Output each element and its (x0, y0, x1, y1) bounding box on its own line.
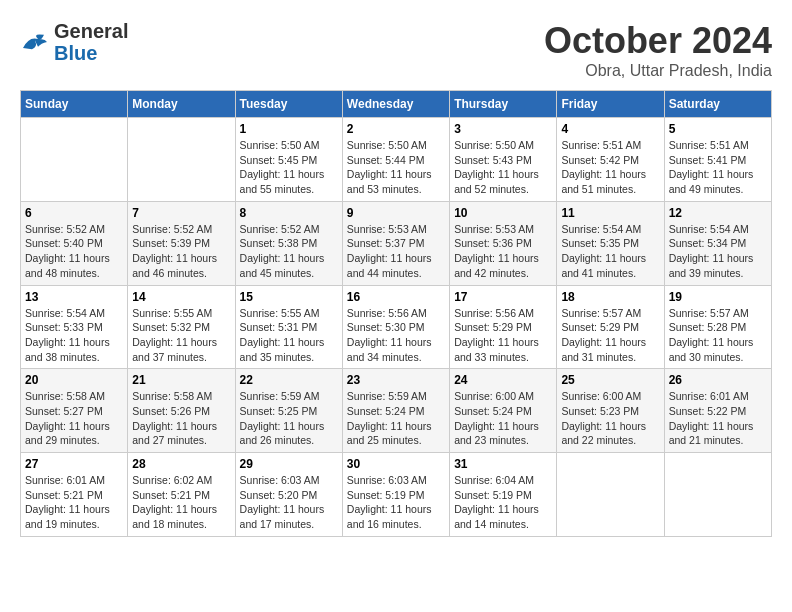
calendar-cell-3-5: 17Sunrise: 5:56 AMSunset: 5:29 PMDayligh… (450, 285, 557, 369)
day-info: Sunrise: 6:03 AMSunset: 5:19 PMDaylight:… (347, 473, 445, 532)
day-info: Sunrise: 6:03 AMSunset: 5:20 PMDaylight:… (240, 473, 338, 532)
day-info: Sunrise: 6:02 AMSunset: 5:21 PMDaylight:… (132, 473, 230, 532)
day-info: Sunrise: 5:50 AMSunset: 5:43 PMDaylight:… (454, 138, 552, 197)
day-info: Sunrise: 5:55 AMSunset: 5:32 PMDaylight:… (132, 306, 230, 365)
day-number: 19 (669, 290, 767, 304)
week-row-3: 13Sunrise: 5:54 AMSunset: 5:33 PMDayligh… (21, 285, 772, 369)
day-info: Sunrise: 5:54 AMSunset: 5:35 PMDaylight:… (561, 222, 659, 281)
day-number: 15 (240, 290, 338, 304)
calendar-cell-3-3: 15Sunrise: 5:55 AMSunset: 5:31 PMDayligh… (235, 285, 342, 369)
day-info: Sunrise: 5:59 AMSunset: 5:24 PMDaylight:… (347, 389, 445, 448)
calendar-cell-2-4: 9Sunrise: 5:53 AMSunset: 5:37 PMDaylight… (342, 201, 449, 285)
day-number: 11 (561, 206, 659, 220)
calendar-cell-4-1: 20Sunrise: 5:58 AMSunset: 5:27 PMDayligh… (21, 369, 128, 453)
calendar-cell-1-6: 4Sunrise: 5:51 AMSunset: 5:42 PMDaylight… (557, 118, 664, 202)
col-wednesday: Wednesday (342, 91, 449, 118)
logo-text: General Blue (54, 20, 128, 64)
col-saturday: Saturday (664, 91, 771, 118)
calendar-cell-2-2: 7Sunrise: 5:52 AMSunset: 5:39 PMDaylight… (128, 201, 235, 285)
day-info: Sunrise: 5:54 AMSunset: 5:34 PMDaylight:… (669, 222, 767, 281)
week-row-1: 1Sunrise: 5:50 AMSunset: 5:45 PMDaylight… (21, 118, 772, 202)
day-number: 10 (454, 206, 552, 220)
calendar-cell-5-1: 27Sunrise: 6:01 AMSunset: 5:21 PMDayligh… (21, 453, 128, 537)
calendar-cell-3-6: 18Sunrise: 5:57 AMSunset: 5:29 PMDayligh… (557, 285, 664, 369)
calendar-cell-5-7 (664, 453, 771, 537)
day-info: Sunrise: 6:01 AMSunset: 5:21 PMDaylight:… (25, 473, 123, 532)
day-info: Sunrise: 5:52 AMSunset: 5:40 PMDaylight:… (25, 222, 123, 281)
day-number: 6 (25, 206, 123, 220)
day-number: 9 (347, 206, 445, 220)
calendar-header-row: Sunday Monday Tuesday Wednesday Thursday… (21, 91, 772, 118)
calendar-cell-4-2: 21Sunrise: 5:58 AMSunset: 5:26 PMDayligh… (128, 369, 235, 453)
calendar-table: Sunday Monday Tuesday Wednesday Thursday… (20, 90, 772, 537)
day-info: Sunrise: 5:56 AMSunset: 5:30 PMDaylight:… (347, 306, 445, 365)
calendar-cell-5-4: 30Sunrise: 6:03 AMSunset: 5:19 PMDayligh… (342, 453, 449, 537)
calendar-cell-1-2 (128, 118, 235, 202)
day-number: 7 (132, 206, 230, 220)
day-number: 12 (669, 206, 767, 220)
day-number: 8 (240, 206, 338, 220)
day-info: Sunrise: 5:57 AMSunset: 5:28 PMDaylight:… (669, 306, 767, 365)
day-info: Sunrise: 6:00 AMSunset: 5:23 PMDaylight:… (561, 389, 659, 448)
day-number: 25 (561, 373, 659, 387)
week-row-5: 27Sunrise: 6:01 AMSunset: 5:21 PMDayligh… (21, 453, 772, 537)
day-number: 16 (347, 290, 445, 304)
day-number: 2 (347, 122, 445, 136)
logo-blue: Blue (54, 42, 97, 64)
day-info: Sunrise: 5:51 AMSunset: 5:41 PMDaylight:… (669, 138, 767, 197)
day-info: Sunrise: 5:56 AMSunset: 5:29 PMDaylight:… (454, 306, 552, 365)
day-info: Sunrise: 5:57 AMSunset: 5:29 PMDaylight:… (561, 306, 659, 365)
calendar-cell-3-1: 13Sunrise: 5:54 AMSunset: 5:33 PMDayligh… (21, 285, 128, 369)
week-row-4: 20Sunrise: 5:58 AMSunset: 5:27 PMDayligh… (21, 369, 772, 453)
calendar-cell-4-4: 23Sunrise: 5:59 AMSunset: 5:24 PMDayligh… (342, 369, 449, 453)
calendar-cell-2-3: 8Sunrise: 5:52 AMSunset: 5:38 PMDaylight… (235, 201, 342, 285)
day-info: Sunrise: 5:58 AMSunset: 5:27 PMDaylight:… (25, 389, 123, 448)
day-number: 31 (454, 457, 552, 471)
location: Obra, Uttar Pradesh, India (544, 62, 772, 80)
calendar-cell-2-7: 12Sunrise: 5:54 AMSunset: 5:34 PMDayligh… (664, 201, 771, 285)
title-section: October 2024 Obra, Uttar Pradesh, India (544, 20, 772, 80)
month-title: October 2024 (544, 20, 772, 62)
day-info: Sunrise: 5:50 AMSunset: 5:44 PMDaylight:… (347, 138, 445, 197)
day-number: 18 (561, 290, 659, 304)
calendar-cell-1-3: 1Sunrise: 5:50 AMSunset: 5:45 PMDaylight… (235, 118, 342, 202)
logo-icon (20, 30, 50, 54)
day-number: 1 (240, 122, 338, 136)
day-number: 17 (454, 290, 552, 304)
day-info: Sunrise: 5:51 AMSunset: 5:42 PMDaylight:… (561, 138, 659, 197)
calendar-cell-4-6: 25Sunrise: 6:00 AMSunset: 5:23 PMDayligh… (557, 369, 664, 453)
day-number: 4 (561, 122, 659, 136)
col-friday: Friday (557, 91, 664, 118)
calendar-cell-1-1 (21, 118, 128, 202)
day-info: Sunrise: 6:00 AMSunset: 5:24 PMDaylight:… (454, 389, 552, 448)
day-info: Sunrise: 5:50 AMSunset: 5:45 PMDaylight:… (240, 138, 338, 197)
calendar-cell-5-6 (557, 453, 664, 537)
calendar-cell-2-5: 10Sunrise: 5:53 AMSunset: 5:36 PMDayligh… (450, 201, 557, 285)
col-tuesday: Tuesday (235, 91, 342, 118)
day-number: 3 (454, 122, 552, 136)
day-info: Sunrise: 6:04 AMSunset: 5:19 PMDaylight:… (454, 473, 552, 532)
day-info: Sunrise: 5:55 AMSunset: 5:31 PMDaylight:… (240, 306, 338, 365)
day-number: 5 (669, 122, 767, 136)
col-thursday: Thursday (450, 91, 557, 118)
day-info: Sunrise: 5:53 AMSunset: 5:37 PMDaylight:… (347, 222, 445, 281)
calendar-cell-2-1: 6Sunrise: 5:52 AMSunset: 5:40 PMDaylight… (21, 201, 128, 285)
col-sunday: Sunday (21, 91, 128, 118)
day-number: 29 (240, 457, 338, 471)
day-number: 23 (347, 373, 445, 387)
day-info: Sunrise: 5:58 AMSunset: 5:26 PMDaylight:… (132, 389, 230, 448)
calendar-cell-5-3: 29Sunrise: 6:03 AMSunset: 5:20 PMDayligh… (235, 453, 342, 537)
day-info: Sunrise: 5:52 AMSunset: 5:39 PMDaylight:… (132, 222, 230, 281)
col-monday: Monday (128, 91, 235, 118)
page-header: General Blue October 2024 Obra, Uttar Pr… (20, 20, 772, 80)
calendar-cell-4-3: 22Sunrise: 5:59 AMSunset: 5:25 PMDayligh… (235, 369, 342, 453)
day-info: Sunrise: 5:59 AMSunset: 5:25 PMDaylight:… (240, 389, 338, 448)
calendar-cell-5-2: 28Sunrise: 6:02 AMSunset: 5:21 PMDayligh… (128, 453, 235, 537)
calendar-cell-3-4: 16Sunrise: 5:56 AMSunset: 5:30 PMDayligh… (342, 285, 449, 369)
calendar-cell-3-2: 14Sunrise: 5:55 AMSunset: 5:32 PMDayligh… (128, 285, 235, 369)
calendar-cell-2-6: 11Sunrise: 5:54 AMSunset: 5:35 PMDayligh… (557, 201, 664, 285)
calendar-cell-1-4: 2Sunrise: 5:50 AMSunset: 5:44 PMDaylight… (342, 118, 449, 202)
day-number: 27 (25, 457, 123, 471)
day-number: 24 (454, 373, 552, 387)
day-number: 28 (132, 457, 230, 471)
